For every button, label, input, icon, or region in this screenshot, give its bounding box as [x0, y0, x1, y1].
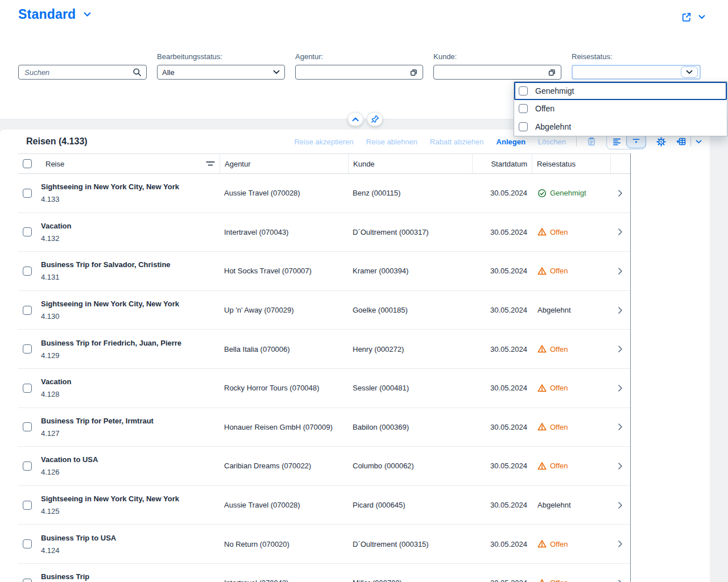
travel-title: Business Trip for Peter, Irmtraut [41, 417, 154, 425]
status-cell: Offen [532, 369, 610, 408]
option-checkbox[interactable] [519, 104, 528, 113]
row-navigation-cell [610, 408, 630, 447]
row-checkbox[interactable] [23, 579, 32, 582]
chevron-down-icon [273, 70, 280, 74]
row-checkbox[interactable] [23, 539, 32, 548]
agency-cell: Honauer Reisen GmbH (070009) [220, 408, 348, 447]
table-settings-button[interactable] [656, 137, 666, 147]
select-all-checkbox[interactable] [23, 159, 32, 168]
table-row[interactable]: Business Trip for Peter, Irmtraut 4.127 … [18, 408, 630, 447]
variant-title: Standard [18, 7, 76, 22]
chevron-up-icon [352, 117, 359, 122]
search-field[interactable] [18, 65, 147, 80]
travel-cell: Vacation 4.132 [41, 213, 220, 252]
startdate-cell: 30.05.2024 [472, 486, 532, 525]
agency-cell: No Return (070020) [220, 525, 348, 563]
status-cell: Offen [532, 330, 610, 368]
row-checkbox[interactable] [23, 462, 32, 471]
paste-icon [587, 137, 596, 146]
search-input[interactable] [23, 68, 133, 77]
status-text: Abgelehnt [537, 501, 571, 509]
column-header-reisestatus[interactable]: Reisestatus [532, 154, 610, 173]
table-row[interactable]: Business Trip for Friedrich, Juan, Pierr… [18, 330, 630, 369]
customer-cell: Picard (000645) [348, 486, 472, 525]
export-separator [690, 137, 691, 146]
travel-title: Vacation to USA [41, 455, 98, 464]
option-checkbox[interactable] [519, 86, 528, 95]
table-row[interactable]: Vacation 4.132 Intertravel (070043) D´Ou… [18, 213, 630, 252]
row-checkbox[interactable] [23, 189, 32, 198]
share-icon [681, 11, 692, 23]
header-actions [681, 11, 705, 23]
chevron-right-icon [618, 307, 622, 314]
agency-cell: Rocky Horror Tours (070048) [220, 369, 348, 408]
pin-header-button[interactable] [367, 112, 383, 126]
row-select-cell [18, 330, 41, 368]
expand-details-button[interactable] [607, 134, 627, 149]
option-checkbox[interactable] [519, 122, 528, 131]
kunde-value-help-button[interactable] [548, 68, 556, 77]
column-label: Reisestatus [537, 160, 576, 168]
option-label: Offen [535, 104, 555, 113]
reisestatus-multicombobox[interactable] [572, 65, 701, 80]
row-select-cell [18, 213, 41, 252]
table-row[interactable]: Sightseeing in New York City, New York 4… [18, 291, 630, 330]
row-navigation-cell [610, 291, 630, 330]
row-checkbox[interactable] [23, 227, 32, 236]
action-reise-ablehnen: Reise ablehnen [366, 138, 417, 146]
row-checkbox[interactable] [23, 267, 32, 276]
status-warning-icon [537, 227, 547, 236]
export-menu-button[interactable] [676, 137, 702, 146]
column-header-reise[interactable]: Reise [41, 154, 220, 173]
column-header-startdatum[interactable]: Startdatum [472, 154, 532, 173]
column-header-kunde[interactable]: Kunde [348, 154, 472, 173]
paste-button [587, 137, 596, 146]
table-row[interactable]: Business Trip 4.123 Intertravel (070043)… [18, 564, 630, 582]
status-positive-icon [537, 189, 547, 198]
status-text: Offen [550, 345, 568, 354]
bearbeitungsstatus-select[interactable]: Alle [157, 65, 285, 80]
row-checkbox[interactable] [23, 422, 32, 431]
variant-selector[interactable]: Standard [18, 7, 91, 22]
status-text: Genehmigt [550, 189, 586, 197]
chevron-right-icon [618, 346, 622, 352]
kunde-input[interactable] [439, 68, 548, 77]
row-checkbox[interactable] [23, 384, 32, 393]
share-button[interactable] [681, 11, 692, 23]
agency-cell: Bella Italia (070006) [220, 330, 348, 368]
travel-title: Vacation [41, 222, 71, 230]
table-row[interactable]: Business Trip for Salvador, Christine 4.… [18, 252, 630, 291]
header-menu-button[interactable] [698, 15, 705, 19]
row-checkbox[interactable] [23, 344, 32, 354]
search-button[interactable] [133, 68, 142, 77]
chevron-down-icon [84, 12, 91, 17]
reisestatus-option[interactable]: Offen [514, 100, 727, 118]
agentur-value-help-button[interactable] [410, 68, 418, 77]
agentur-input[interactable] [300, 68, 410, 77]
chevron-down-icon [698, 15, 705, 19]
column-header-agentur[interactable]: Agentur [220, 154, 348, 173]
customer-cell: D´Oultrement (000317) [348, 213, 472, 252]
reisestatus-option[interactable]: Genehmigt [514, 82, 727, 100]
app-window: Standard Bearbeitungsstatus: Alle Agentu… [0, 0, 728, 582]
table-row[interactable]: Sightseeing in New York City, New York 4… [18, 174, 630, 213]
table-right-border [630, 153, 631, 582]
status-text: Offen [550, 540, 568, 548]
action-rabatt-abziehen: Rabatt abziehen [430, 138, 484, 146]
travel-cell: Business Trip 4.123 [41, 564, 220, 582]
bearbeitungsstatus-label: Bearbeitungsstatus: [157, 52, 222, 61]
table-row[interactable]: Sightseeing in New York City, New York 4… [18, 486, 630, 525]
table-title: Reisen (4.133) [26, 136, 88, 147]
action-anlegen[interactable]: Anlegen [497, 138, 526, 146]
collapse-header-button[interactable] [348, 112, 363, 126]
filter-lines-icon [206, 161, 215, 167]
agentur-field[interactable] [295, 65, 423, 80]
kunde-field[interactable] [433, 65, 561, 80]
table-row[interactable]: Vacation to USA 4.126 Caribian Dreams (0… [18, 447, 630, 486]
table-row[interactable]: Vacation 4.128 Rocky Horror Tours (07004… [18, 369, 630, 408]
row-checkbox[interactable] [23, 306, 32, 315]
table-row[interactable]: Business Trip to USA 4.124 No Return (07… [18, 525, 630, 564]
row-checkbox[interactable] [23, 501, 32, 510]
reisestatus-option[interactable]: Abgelehnt [514, 118, 727, 136]
reisestatus-arrow-button[interactable] [681, 66, 698, 78]
